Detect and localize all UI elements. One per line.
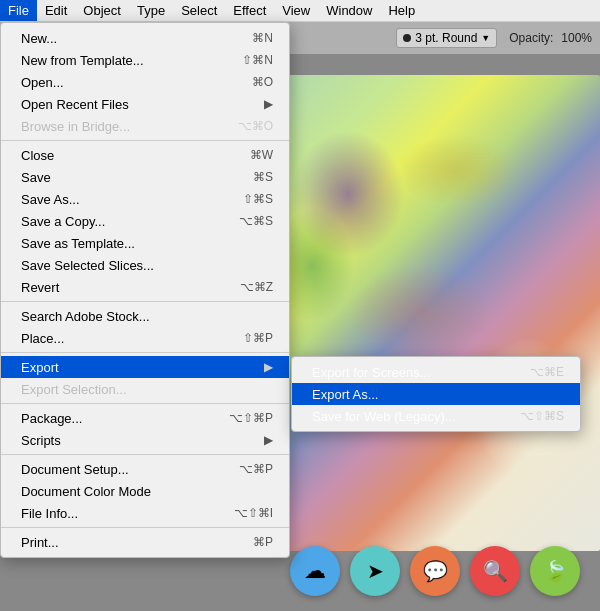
menu-item-save-web[interactable]: Save for Web (Legacy)... ⌥⇧⌘S [292, 405, 580, 427]
menu-item-save-slices[interactable]: Save Selected Slices... [1, 254, 289, 276]
menu-item-file-info[interactable]: File Info... ⌥⇧⌘I [1, 502, 289, 524]
separator-1 [1, 140, 289, 141]
menu-item-new[interactable]: New... ⌘N [1, 27, 289, 49]
canvas-image [240, 75, 600, 551]
menubar: File Edit Object Type Select Effect View… [0, 0, 600, 22]
menu-item-save-copy[interactable]: Save a Copy... ⌥⌘S [1, 210, 289, 232]
separator-5 [1, 454, 289, 455]
menubar-item-window[interactable]: Window [318, 0, 380, 21]
menu-item-revert[interactable]: Revert ⌥⌘Z [1, 276, 289, 298]
bottom-icons: ☁ ➤ 💬 🔍 🍃 [290, 546, 580, 596]
menu-item-save[interactable]: Save ⌘S [1, 166, 289, 188]
menu-item-save-as[interactable]: Save As... ⇧⌘S [1, 188, 289, 210]
export-submenu: Export for Screens... ⌥⌘E Export As... S… [291, 356, 581, 432]
chat-icon-button[interactable]: 💬 [410, 546, 460, 596]
menubar-item-object[interactable]: Object [75, 0, 129, 21]
menubar-item-help[interactable]: Help [380, 0, 423, 21]
separator-6 [1, 527, 289, 528]
menu-item-print[interactable]: Print... ⌘P [1, 531, 289, 553]
menubar-item-edit[interactable]: Edit [37, 0, 75, 21]
stroke-label: 3 pt. Round [415, 31, 477, 45]
file-menu-dropdown: New... ⌘N New from Template... ⇧⌘N Open.… [0, 22, 290, 558]
stroke-dot [403, 34, 411, 42]
stroke-selector[interactable]: 3 pt. Round ▼ [396, 28, 497, 48]
menu-item-open[interactable]: Open... ⌘O [1, 71, 289, 93]
menu-item-export[interactable]: Export ▶ Export for Screens... ⌥⌘E Expor… [1, 356, 289, 378]
menu-item-scripts[interactable]: Scripts ▶ [1, 429, 289, 451]
separator-2 [1, 301, 289, 302]
menu-item-search-stock[interactable]: Search Adobe Stock... [1, 305, 289, 327]
menubar-item-effect[interactable]: Effect [225, 0, 274, 21]
cloud-icon-button[interactable]: ☁ [290, 546, 340, 596]
menu-item-color-mode[interactable]: Document Color Mode [1, 480, 289, 502]
separator-3 [1, 352, 289, 353]
menu-item-package[interactable]: Package... ⌥⇧⌘P [1, 407, 289, 429]
stroke-chevron-icon: ▼ [481, 33, 490, 43]
menu-item-browse: Browse in Bridge... ⌥⌘O [1, 115, 289, 137]
menu-item-place[interactable]: Place... ⇧⌘P [1, 327, 289, 349]
opacity-value: 100% [561, 31, 592, 45]
menubar-item-file[interactable]: File [0, 0, 37, 21]
separator-4 [1, 403, 289, 404]
leaf-icon-button[interactable]: 🍃 [530, 546, 580, 596]
menu-item-export-selection: Export Selection... [1, 378, 289, 400]
menubar-item-select[interactable]: Select [173, 0, 225, 21]
menubar-item-view[interactable]: View [274, 0, 318, 21]
menubar-item-type[interactable]: Type [129, 0, 173, 21]
menu-item-new-template[interactable]: New from Template... ⇧⌘N [1, 49, 289, 71]
send-icon-button[interactable]: ➤ [350, 546, 400, 596]
menu-item-document-setup[interactable]: Document Setup... ⌥⌘P [1, 458, 289, 480]
menu-item-open-recent[interactable]: Open Recent Files ▶ [1, 93, 289, 115]
menu-item-export-screens[interactable]: Export for Screens... ⌥⌘E [292, 361, 580, 383]
menu-item-export-as[interactable]: Export As... [292, 383, 580, 405]
menu-item-close[interactable]: Close ⌘W [1, 144, 289, 166]
menu-item-save-template[interactable]: Save as Template... [1, 232, 289, 254]
opacity-label: Opacity: [509, 31, 553, 45]
search-icon-button[interactable]: 🔍 [470, 546, 520, 596]
canvas-content [240, 75, 600, 551]
